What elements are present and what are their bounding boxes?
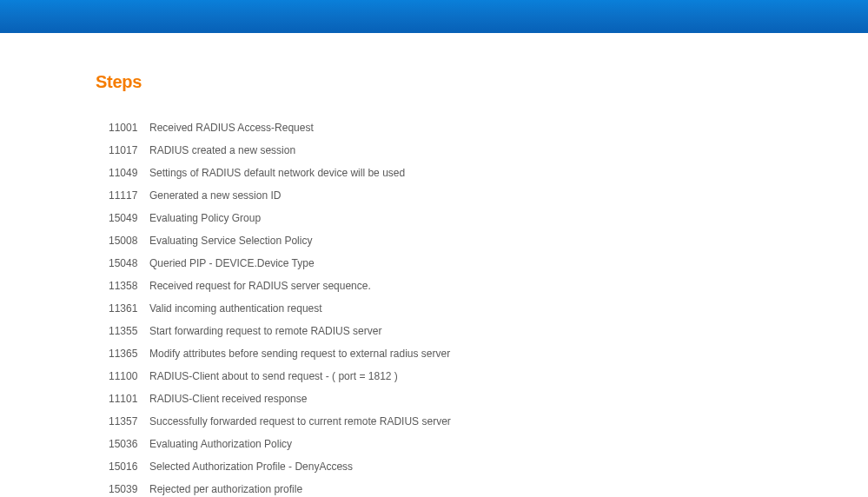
step-description: Selected Authorization Profile - DenyAcc… [149, 455, 451, 478]
table-row: 11049Settings of RADIUS default network … [96, 162, 451, 184]
step-description: RADIUS created a new session [149, 139, 451, 162]
step-description: Received RADIUS Access-Request [149, 116, 451, 139]
step-description: Received request for RADIUS server seque… [149, 275, 451, 297]
steps-table: 11001Received RADIUS Access-Request11017… [96, 116, 451, 497]
table-row: 15049Evaluating Policy Group [96, 207, 451, 229]
step-code: 11357 [96, 410, 149, 433]
step-code: 15049 [96, 207, 149, 229]
step-code: 15039 [96, 478, 149, 497]
step-code: 11100 [96, 365, 149, 388]
step-code: 11101 [96, 388, 149, 410]
top-header-bar [0, 0, 868, 33]
step-code: 11355 [96, 320, 149, 342]
table-row: 15016Selected Authorization Profile - De… [96, 455, 451, 478]
section-title: Steps [96, 72, 868, 92]
step-description: Successfully forwarded request to curren… [149, 410, 451, 433]
table-row: 15048Queried PIP - DEVICE.Device Type [96, 252, 451, 275]
table-row: 11358Received request for RADIUS server … [96, 275, 451, 297]
step-description: RADIUS-Client received response [149, 388, 451, 410]
table-row: 11365Modify attributes before sending re… [96, 342, 451, 365]
table-row: 11100RADIUS-Client about to send request… [96, 365, 451, 388]
table-row: 15008Evaluating Service Selection Policy [96, 229, 451, 252]
step-code: 11365 [96, 342, 149, 365]
table-row: 15036Evaluating Authorization Policy [96, 433, 451, 455]
step-description: Start forwarding request to remote RADIU… [149, 320, 451, 342]
step-description: Valid incoming authentication request [149, 297, 451, 320]
step-description: Evaluating Service Selection Policy [149, 229, 451, 252]
step-code: 11017 [96, 139, 149, 162]
table-row: 11001Received RADIUS Access-Request [96, 116, 451, 139]
step-description: Evaluating Authorization Policy [149, 433, 451, 455]
table-row: 11355Start forwarding request to remote … [96, 320, 451, 342]
step-code: 11049 [96, 162, 149, 184]
step-description: Modify attributes before sending request… [149, 342, 451, 365]
step-description: Settings of RADIUS default network devic… [149, 162, 451, 184]
table-row: 11117Generated a new session ID [96, 184, 451, 207]
step-description: Generated a new session ID [149, 184, 451, 207]
table-row: 11101RADIUS-Client received response [96, 388, 451, 410]
table-row: 11017RADIUS created a new session [96, 139, 451, 162]
step-code: 11117 [96, 184, 149, 207]
step-code: 15016 [96, 455, 149, 478]
step-description: RADIUS-Client about to send request - ( … [149, 365, 451, 388]
step-code: 15008 [96, 229, 149, 252]
step-code: 11001 [96, 116, 149, 139]
step-code: 11358 [96, 275, 149, 297]
table-row: 15039Rejected per authorization profile [96, 478, 451, 497]
step-code: 11361 [96, 297, 149, 320]
step-code: 15036 [96, 433, 149, 455]
table-row: 11357Successfully forwarded request to c… [96, 410, 451, 433]
step-description: Evaluating Policy Group [149, 207, 451, 229]
table-row: 11361Valid incoming authentication reque… [96, 297, 451, 320]
step-code: 15048 [96, 252, 149, 275]
step-description: Rejected per authorization profile [149, 478, 451, 497]
step-description: Queried PIP - DEVICE.Device Type [149, 252, 451, 275]
content-area: Steps 11001Received RADIUS Access-Reques… [0, 33, 868, 497]
